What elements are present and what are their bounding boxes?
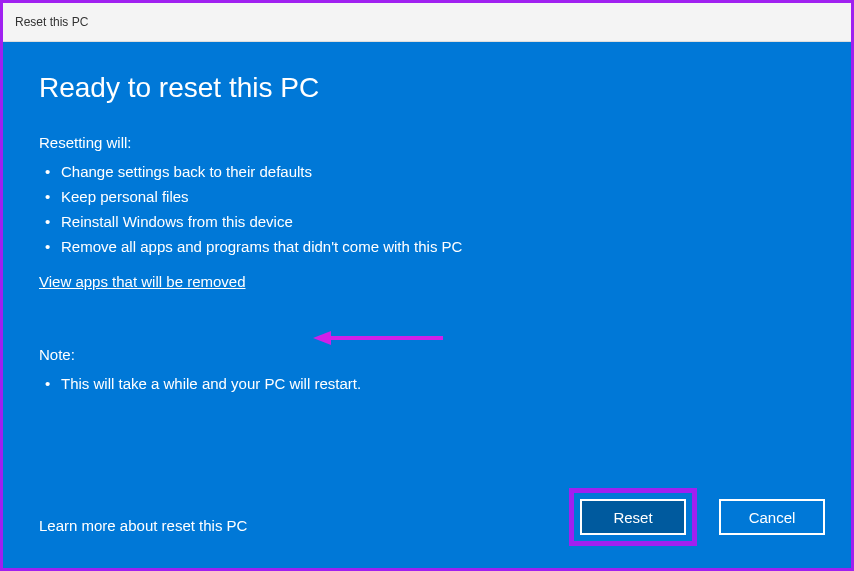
learn-more-link[interactable]: Learn more about reset this PC <box>39 517 247 534</box>
list-item: Remove all apps and programs that didn't… <box>39 234 815 259</box>
view-apps-link[interactable]: View apps that will be removed <box>39 273 246 290</box>
page-title: Ready to reset this PC <box>39 72 815 104</box>
dialog-frame: Reset this PC Ready to reset this PC Res… <box>0 0 854 571</box>
list-item: This will take a while and your PC will … <box>39 371 815 396</box>
reset-highlight-box: Reset <box>569 488 697 546</box>
button-row: Reset Cancel <box>569 488 825 546</box>
svg-marker-1 <box>313 331 331 345</box>
note-list: This will take a while and your PC will … <box>39 371 815 396</box>
resetting-list: Change settings back to their defaults K… <box>39 159 815 259</box>
arrow-annotation-icon <box>313 328 443 348</box>
list-item: Reinstall Windows from this device <box>39 209 815 234</box>
window-title: Reset this PC <box>15 15 88 29</box>
cancel-button[interactable]: Cancel <box>719 499 825 535</box>
list-item: Keep personal files <box>39 184 815 209</box>
reset-button[interactable]: Reset <box>580 499 686 535</box>
note-label: Note: <box>39 346 815 363</box>
note-section: Note: This will take a while and your PC… <box>39 346 815 396</box>
list-item: Change settings back to their defaults <box>39 159 815 184</box>
content-area: Ready to reset this PC Resetting will: C… <box>3 42 851 568</box>
resetting-label: Resetting will: <box>39 134 815 151</box>
title-bar: Reset this PC <box>3 3 851 42</box>
